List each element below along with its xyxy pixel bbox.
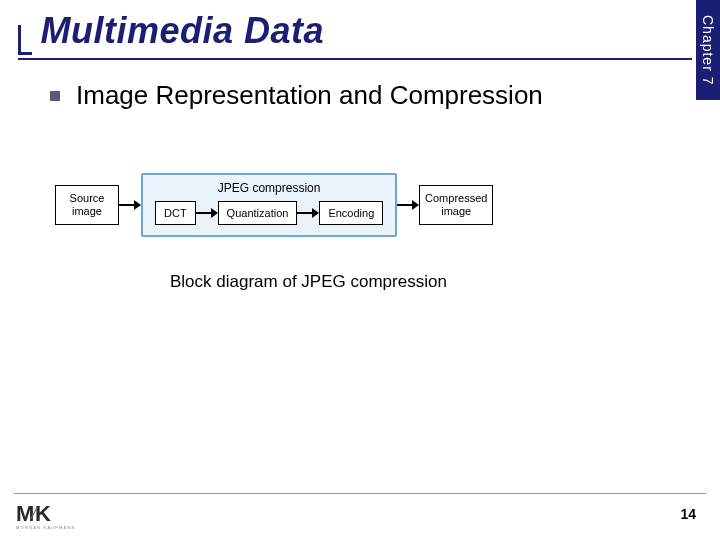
arrow-icon [119,200,141,210]
bullet-text: Image Representation and Compression [76,80,543,111]
title-row: Multimedia Data [18,10,692,60]
arrow-icon [397,200,419,210]
box-encoding: Encoding [319,201,383,225]
box-source-image: Source image [55,185,119,225]
logo-mk-text: M⁄K [16,504,68,524]
group-jpeg-compression: JPEG compression DCT Quantization Encodi… [141,173,397,237]
logo-subtext: MORGAN KAUFMANN [16,525,68,530]
group-inner: DCT Quantization Encoding [155,201,383,225]
logo-k: K [35,501,50,526]
logo-slash-icon: ⁄ [33,505,35,522]
group-label: JPEG compression [155,181,383,195]
page-title: Multimedia Data [40,10,324,52]
logo-m: M [16,501,33,526]
bullet-row: Image Representation and Compression [50,80,543,111]
arrow-icon [196,208,218,218]
publisher-logo: M⁄K MORGAN KAUFMANN [16,504,68,530]
box-compressed-image: Compressed image [419,185,493,225]
diagram-caption: Block diagram of JPEG compression [170,272,447,292]
title-underline: Multimedia Data [18,10,692,60]
square-bullet-icon [50,91,60,101]
box-dct: DCT [155,201,196,225]
page-number: 14 [680,506,696,522]
footer-divider [14,493,706,494]
jpeg-diagram: Source image JPEG compression DCT Quanti… [55,160,665,250]
slide: Chapter 7 Multimedia Data Image Represen… [0,0,720,540]
title-tick-icon [18,25,32,55]
chapter-tab: Chapter 7 [696,0,720,100]
arrow-icon [297,208,319,218]
box-quantization: Quantization [218,201,298,225]
